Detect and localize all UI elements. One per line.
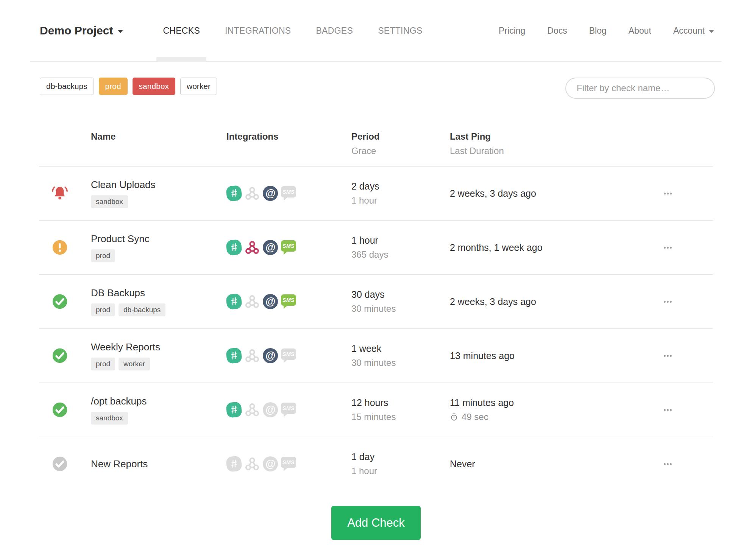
header-period: Period Grace <box>351 131 450 156</box>
filter-tag-db-backups[interactable]: db-backups <box>40 78 94 95</box>
email-icon: @ <box>263 240 278 255</box>
nav-link-blog[interactable]: Blog <box>589 26 607 36</box>
check-tags: proddb-backups <box>91 303 226 316</box>
integrations-cell: #@SMS <box>226 240 351 255</box>
period-value: 30 days <box>351 289 450 300</box>
last-ping-cell: 13 minutes ago <box>450 350 622 361</box>
menu-cell <box>622 244 713 252</box>
slack-icon: # <box>226 185 242 202</box>
check-name[interactable]: Clean Uploads <box>91 179 226 191</box>
tab-integrations[interactable]: INTEGRATIONS <box>218 0 297 61</box>
period-cell: 12 hours 15 minutes <box>351 397 450 422</box>
integrations-cell: #@SMS <box>226 186 351 201</box>
period-value: 1 week <box>351 343 450 354</box>
webhook-icon <box>245 456 260 471</box>
row-menu-button[interactable] <box>661 298 675 306</box>
grace-value: 15 minutes <box>351 412 450 422</box>
tab-checks[interactable]: CHECKS <box>156 0 206 61</box>
check-tag: prod <box>91 358 115 370</box>
filter-tag-sandbox[interactable]: sandbox <box>133 78 175 95</box>
row-menu-button[interactable] <box>661 190 675 198</box>
period-cell: 2 days 1 hour <box>351 181 450 206</box>
header-menu-col <box>622 131 713 156</box>
name-cell: Product Sync prod <box>91 233 226 262</box>
last-ping-value: 11 minutes ago <box>450 397 622 408</box>
check-row: Product Sync prod #@SMS 1 hour 365 days … <box>39 221 713 275</box>
nav-tabs: CHECKS INTEGRATIONS BADGES SETTINGS <box>150 0 435 61</box>
status-cell <box>39 347 91 364</box>
row-menu-button[interactable] <box>661 406 675 414</box>
slack-icon: # <box>226 293 242 310</box>
check-tags: prodworker <box>91 358 226 370</box>
last-ping-cell: 2 weeks, 3 days ago <box>450 188 622 199</box>
last-ping-value: 2 weeks, 3 days ago <box>450 188 622 199</box>
grace-value: 30 minutes <box>351 358 450 368</box>
slack-icon: # <box>226 401 242 418</box>
tab-settings[interactable]: SETTINGS <box>371 0 429 61</box>
stopwatch-icon <box>450 413 458 421</box>
slack-icon: # <box>226 239 242 256</box>
project-selector[interactable]: Demo Project <box>40 24 123 37</box>
period-cell: 30 days 30 minutes <box>351 289 450 314</box>
nav-link-pricing[interactable]: Pricing <box>499 26 525 36</box>
last-duration: 49 sec <box>450 412 622 422</box>
status-cell <box>39 401 91 418</box>
integrations-cell: #@SMS <box>226 348 351 363</box>
period-cell: 1 day 1 hour <box>351 451 450 476</box>
email-icon: @ <box>263 348 278 363</box>
check-name[interactable]: New Reports <box>91 458 226 470</box>
top-nav: Demo Project CHECKS INTEGRATIONS BADGES … <box>30 0 722 62</box>
sms-icon: SMS <box>281 294 296 306</box>
period-value: 1 day <box>351 451 450 462</box>
chevron-down-icon <box>118 30 123 33</box>
last-ping-cell: 2 weeks, 3 days ago <box>450 296 622 307</box>
email-icon: @ <box>263 456 278 471</box>
check-filter-input[interactable] <box>565 78 715 99</box>
email-icon: @ <box>263 402 278 417</box>
last-ping-value: 2 months, 1 week ago <box>450 242 622 253</box>
period-value: 12 hours <box>351 397 450 408</box>
nav-links: Pricing Docs Blog About Account <box>499 26 714 36</box>
nav-link-about[interactable]: About <box>629 26 651 36</box>
grace-value: 1 hour <box>351 195 450 206</box>
last-ping-value: 13 minutes ago <box>450 350 622 361</box>
status-cell <box>39 293 91 310</box>
row-menu-button[interactable] <box>661 352 675 360</box>
row-menu-button[interactable] <box>661 244 675 252</box>
tab-badges[interactable]: BADGES <box>309 0 359 61</box>
menu-cell <box>622 190 713 198</box>
check-row: Weekly Reports prodworker #@SMS 1 week 3… <box>39 329 713 383</box>
sms-icon: SMS <box>281 186 296 198</box>
webhook-icon <box>245 186 260 201</box>
menu-cell <box>622 352 713 360</box>
name-cell: /opt backups sandbox <box>91 395 226 425</box>
sms-icon: SMS <box>281 240 296 252</box>
check-tags: sandbox <box>91 412 226 425</box>
check-name[interactable]: Product Sync <box>91 233 226 245</box>
nav-link-docs[interactable]: Docs <box>547 26 567 36</box>
table-header: Name Integrations Period Grace Last Ping… <box>39 131 713 166</box>
check-name[interactable]: /opt backups <box>91 395 226 407</box>
account-menu[interactable]: Account <box>673 26 714 36</box>
status-cell <box>39 185 91 202</box>
check-name[interactable]: Weekly Reports <box>91 341 226 353</box>
status-cell <box>39 239 91 256</box>
menu-cell <box>622 298 713 306</box>
menu-cell <box>622 460 713 468</box>
check-tag: prod <box>91 249 115 262</box>
filter-tag-worker[interactable]: worker <box>180 78 217 95</box>
project-name: Demo Project <box>40 24 113 37</box>
row-menu-button[interactable] <box>661 460 675 468</box>
webhook-icon <box>245 240 260 255</box>
success-check-icon <box>51 293 69 310</box>
name-cell: DB Backups proddb-backups <box>91 287 226 316</box>
check-row: DB Backups proddb-backups #@SMS 30 days … <box>39 275 713 329</box>
slack-icon: # <box>226 347 242 364</box>
filter-tag-prod[interactable]: prod <box>99 78 128 95</box>
check-name[interactable]: DB Backups <box>91 287 226 299</box>
add-check-button[interactable]: Add Check <box>331 506 421 540</box>
grace-value: 1 hour <box>351 466 450 476</box>
check-tags: prod <box>91 249 226 262</box>
success-check-icon <box>51 347 69 364</box>
header-grace: Grace <box>351 146 450 156</box>
